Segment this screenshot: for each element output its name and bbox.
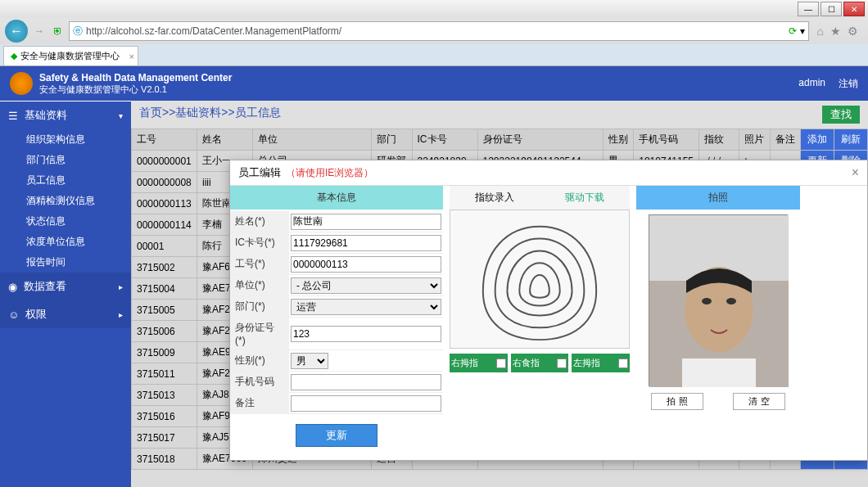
crumb-l1[interactable]: 基础资料 [175, 106, 221, 124]
stop-icon[interactable]: ▾ [800, 25, 805, 37]
table-cell: 3715006 [132, 321, 197, 342]
table-cell: 3715011 [132, 363, 197, 385]
table-cell: 0000000008 [132, 172, 197, 193]
tab-close-icon[interactable]: × [129, 52, 134, 61]
col-header: 身份证号 [477, 129, 604, 151]
tab-title: 安全与健康数据管理中心 [20, 50, 120, 62]
search-button[interactable]: 查找 [822, 106, 860, 124]
clear-photo-button[interactable]: 清 空 [733, 393, 784, 410]
col-header: 手机号码 [634, 129, 699, 151]
tab-photo[interactable]: 拍照 [636, 186, 800, 210]
refresh-icon[interactable]: ⟳ [789, 25, 797, 37]
col-header: 指纹 [699, 129, 739, 151]
window-title-bar: — ☐ ✕ [0, 0, 868, 18]
nav-forward-button[interactable]: → [31, 23, 47, 39]
finger-right-thumb-button[interactable]: 右拇指 [450, 354, 508, 372]
crumb-home[interactable]: 首页 [139, 106, 162, 124]
user-icon: ☺ [8, 309, 19, 321]
window-close[interactable]: ✕ [843, 2, 865, 16]
finger-right-index-button[interactable]: 右食指 [511, 354, 569, 372]
col-header[interactable]: 刷新 [834, 129, 867, 151]
sidebar-item-0[interactable]: 组织架构信息 [0, 129, 131, 150]
table-cell: 3715016 [132, 406, 197, 427]
window-maximize[interactable]: ☐ [821, 2, 842, 16]
col-header: 备注 [770, 129, 800, 151]
fingerprint-image [450, 210, 630, 349]
chevron-right-icon: ▸ [119, 310, 123, 319]
nav-back-button[interactable]: ← [5, 20, 28, 43]
col-header: 部门 [372, 129, 412, 151]
svg-point-4 [726, 298, 736, 304]
table-cell: 3715013 [132, 385, 197, 406]
table-cell: 3715018 [132, 449, 197, 470]
table-cell: 3715002 [132, 257, 197, 278]
home-icon: ☰ [8, 110, 18, 122]
crumb-l2[interactable]: 员工信息 [235, 106, 281, 124]
update-button[interactable]: 更新 [296, 424, 377, 447]
breadcrumb: 首页 >> 基础资料 >> 员工信息 查找 [131, 101, 868, 129]
url-text: http://alcohol.sz-far.com/DataCenter.Man… [86, 25, 785, 37]
shield-icon: ⛨ [51, 25, 66, 37]
browser-tab[interactable]: ◆ 安全与健康数据管理中心 × [3, 46, 138, 65]
tab-driver-download[interactable]: 驱动下载 [540, 186, 630, 210]
phone-field[interactable] [291, 374, 441, 390]
home-icon[interactable]: ⌂ [817, 25, 824, 38]
col-header: IC卡号 [412, 129, 477, 151]
col-header: 照片 [739, 129, 770, 151]
header-user[interactable]: admin [798, 77, 825, 91]
favorites-icon[interactable]: ★ [830, 25, 841, 38]
col-header[interactable]: 添加 [800, 129, 834, 151]
url-bar[interactable]: ⓔ http://alcohol.sz-far.com/DataCenter.M… [69, 21, 809, 41]
table-cell: 3715005 [132, 300, 197, 321]
modal-close-icon[interactable]: × [852, 165, 859, 180]
unit-select[interactable]: - 总公司 [291, 277, 441, 294]
sidebar-item-6[interactable]: 报告时间 [0, 252, 131, 273]
tab-fingerprint[interactable]: 指纹录入 [450, 186, 540, 210]
sidebar-cat-basic[interactable]: ☰ 基础资料 ▾ [0, 101, 131, 129]
window-minimize[interactable]: — [798, 2, 819, 16]
table-cell: 0000000001 [132, 151, 197, 172]
col-header: 性别 [604, 129, 634, 151]
chevron-right-icon: ▸ [119, 282, 123, 291]
name-field[interactable] [291, 214, 441, 230]
app-header: Safety & Health Data Management Center 安… [0, 66, 868, 101]
gender-select[interactable]: 男 [291, 353, 328, 369]
empno-field[interactable] [291, 256, 441, 273]
col-header: 姓名 [197, 129, 253, 151]
table-cell: 0000000114 [132, 214, 197, 236]
sidebar-item-1[interactable]: 部门信息 [0, 150, 131, 170]
modal-hint: （请使用IE浏览器） [286, 166, 373, 180]
col-header: 单位 [252, 129, 371, 151]
tools-icon[interactable]: ⚙ [848, 25, 858, 38]
photo-preview [649, 214, 788, 386]
col-header: 工号 [132, 129, 197, 151]
svg-rect-5 [682, 358, 756, 387]
svg-point-3 [702, 298, 712, 304]
idcard-field[interactable] [291, 326, 441, 342]
app-title-en: Safety & Health Data Management Center [39, 72, 232, 83]
sidebar-item-2[interactable]: 员工信息 [0, 170, 131, 191]
app-title-cn: 安全与健康数据管理中心 V2.0.1 [39, 83, 232, 95]
finger-left-thumb-button[interactable]: 左拇指 [572, 354, 630, 372]
chevron-down-icon: ▾ [119, 111, 123, 120]
iccard-field[interactable] [291, 235, 441, 251]
app-logo [10, 72, 33, 95]
sidebar-item-3[interactable]: 酒精检测仪信息 [0, 191, 131, 211]
take-photo-button[interactable]: 拍 照 [651, 393, 703, 410]
note-field[interactable] [291, 395, 441, 412]
sidebar-item-5[interactable]: 浓度单位信息 [0, 232, 131, 252]
table-cell: 3715017 [132, 427, 197, 449]
tab-basic-info[interactable]: 基本信息 [230, 186, 443, 210]
table-cell: 3715004 [132, 278, 197, 300]
table-cell: 3715009 [132, 342, 197, 363]
modal-title: 员工编辑 [238, 165, 281, 180]
sidebar-cat-auth[interactable]: ☺ 权限 ▸ [0, 300, 131, 328]
table-cell: 0000000113 [132, 193, 197, 214]
sidebar-item-4[interactable]: 状态信息 [0, 211, 131, 232]
tab-favicon: ◆ [11, 51, 17, 61]
dept-select[interactable]: 运营 [291, 299, 441, 315]
header-logout[interactable]: 注销 [839, 77, 858, 91]
sidebar-cat-data[interactable]: ◉ 数据查看 ▸ [0, 273, 131, 300]
table-cell: 00001 [132, 236, 197, 257]
sidebar: ☰ 基础资料 ▾ 组织架构信息部门信息员工信息酒精检测仪信息状态信息浓度单位信息… [0, 101, 131, 487]
